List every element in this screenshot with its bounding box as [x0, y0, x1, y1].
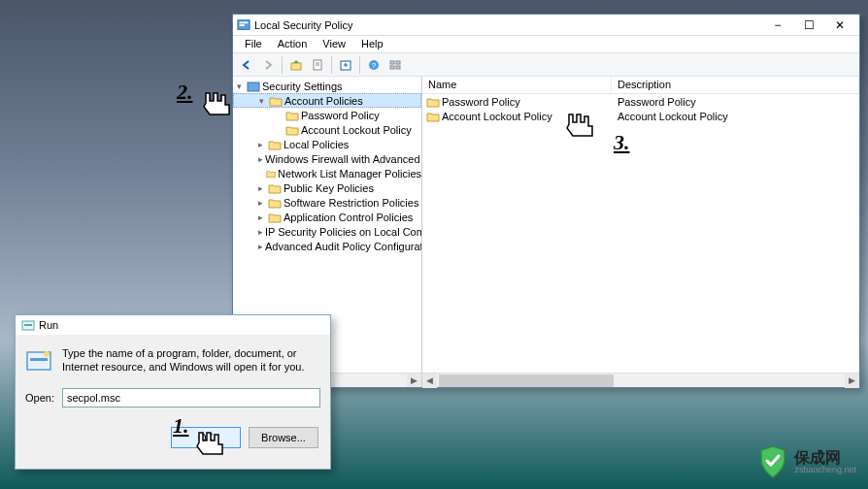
collapse-icon[interactable]: ▾	[237, 82, 247, 91]
svg-rect-2	[240, 24, 245, 26]
folder-icon	[268, 197, 282, 209]
run-titlebar[interactable]: Run	[16, 315, 330, 335]
folder-icon	[268, 139, 282, 150]
toolbar-separator	[331, 56, 332, 74]
svg-rect-16	[24, 324, 32, 326]
list-row-account-lockout-policy[interactable]: Account Lockout Policy Account Lockout P…	[422, 109, 859, 123]
shield-icon	[757, 444, 788, 479]
step-3-label: 3.	[614, 130, 630, 155]
svg-rect-14	[248, 82, 259, 91]
run-description: Type the name of a program, folder, docu…	[62, 346, 320, 375]
svg-rect-10	[390, 61, 394, 64]
watermark-url: zsbaocheng.net	[794, 466, 856, 474]
expand-icon[interactable]: ▸	[258, 183, 268, 193]
folder-icon	[268, 212, 282, 223]
folder-icon	[269, 95, 283, 107]
open-label: Open:	[25, 392, 54, 404]
tree-app-control[interactable]: ▸ Application Control Policies	[233, 210, 421, 224]
tree-password-policy[interactable]: Password Policy	[233, 108, 421, 122]
forward-button[interactable]	[258, 55, 278, 75]
col-description[interactable]: Description	[612, 77, 859, 93]
scroll-right-icon[interactable]: ▶	[407, 374, 421, 388]
tree-local-policies[interactable]: ▸ Local Policies	[233, 137, 421, 151]
tree-public-key[interactable]: ▸ Public Key Policies	[233, 180, 421, 195]
security-icon	[247, 81, 260, 92]
col-name[interactable]: Name	[422, 77, 612, 93]
svg-rect-12	[390, 66, 394, 69]
maximize-button[interactable]: ☐	[793, 16, 824, 35]
run-dialog: Run Type the name of a program, folder, …	[15, 314, 331, 470]
tree-windows-firewall[interactable]: ▸ Windows Firewall with Advanced Sec	[233, 151, 421, 166]
scroll-thumb[interactable]	[439, 375, 614, 387]
browse-button[interactable]: Browse...	[249, 427, 318, 448]
titlebar[interactable]: Local Security Policy − ☐ ✕	[233, 15, 859, 36]
menubar: File Action View Help	[233, 36, 859, 53]
list-hscrollbar[interactable]: ◀ ▶	[422, 373, 859, 387]
watermark-name: 保成网	[794, 450, 856, 466]
list-pane[interactable]: Name Description Password Policy Passwor…	[422, 77, 859, 387]
list-header: Name Description	[422, 77, 859, 94]
folder-icon	[285, 124, 299, 136]
expand-icon[interactable]: ▸	[258, 140, 268, 149]
watermark: 保成网 zsbaocheng.net	[757, 444, 856, 479]
run-icon	[21, 318, 35, 332]
toolbar-separator	[359, 56, 360, 74]
menu-help[interactable]: Help	[353, 36, 391, 52]
toolbar: ?	[233, 53, 859, 77]
close-button[interactable]: ✕	[824, 16, 855, 35]
step-2-label: 2.	[177, 80, 193, 105]
expand-icon[interactable]: ▸	[258, 198, 268, 208]
tree-root[interactable]: ▾ Security Settings	[233, 79, 421, 93]
properties-button[interactable]	[308, 55, 327, 75]
folder-icon	[268, 182, 282, 194]
toolbar-separator	[282, 56, 283, 74]
svg-rect-11	[396, 61, 400, 64]
svg-text:?: ?	[372, 61, 377, 70]
expand-icon[interactable]: ▸	[258, 212, 268, 222]
scroll-right-icon[interactable]: ▶	[845, 374, 859, 388]
up-button[interactable]	[286, 55, 306, 75]
svg-rect-3	[291, 63, 301, 70]
run-big-icon	[25, 346, 52, 374]
folder-icon	[266, 168, 277, 179]
window-title: Local Security Policy	[254, 19, 762, 31]
expand-icon[interactable]: ▸	[258, 242, 263, 251]
expand-icon[interactable]: ▸	[258, 154, 263, 164]
back-button[interactable]	[237, 55, 256, 75]
run-title-text: Run	[39, 319, 58, 331]
menu-file[interactable]: File	[237, 36, 270, 52]
collapse-icon[interactable]: ▾	[259, 96, 269, 106]
list-row-password-policy[interactable]: Password Policy Password Policy	[422, 94, 859, 109]
step-1-label: 1.	[173, 413, 189, 439]
tree-network-list[interactable]: Network List Manager Policies	[233, 166, 421, 180]
tree-account-lockout-policy[interactable]: Account Lockout Policy	[233, 122, 421, 137]
folder-icon	[285, 110, 299, 121]
svg-point-19	[44, 351, 50, 357]
tree-ip-security[interactable]: ▸ IP Security Policies on Local Compute	[233, 224, 421, 239]
folder-icon	[426, 96, 440, 108]
export-button[interactable]	[336, 55, 355, 75]
menu-action[interactable]: Action	[270, 36, 316, 52]
svg-rect-18	[30, 358, 48, 361]
tree-account-policies[interactable]: ▾ Account Policies	[233, 93, 421, 108]
svg-rect-13	[396, 66, 400, 69]
tree-advanced-audit[interactable]: ▸ Advanced Audit Policy Configuration	[233, 239, 421, 253]
help-button[interactable]: ?	[364, 55, 384, 75]
svg-rect-1	[240, 21, 249, 23]
menu-view[interactable]: View	[315, 36, 353, 52]
folder-icon	[426, 111, 440, 122]
app-icon	[237, 18, 250, 32]
scroll-left-icon[interactable]: ◀	[422, 374, 437, 388]
tree-software-restriction[interactable]: ▸ Software Restriction Policies	[233, 195, 421, 210]
view-button[interactable]	[385, 55, 405, 75]
open-input[interactable]	[62, 388, 320, 408]
minimize-button[interactable]: −	[762, 16, 793, 35]
expand-icon[interactable]: ▸	[258, 227, 263, 237]
